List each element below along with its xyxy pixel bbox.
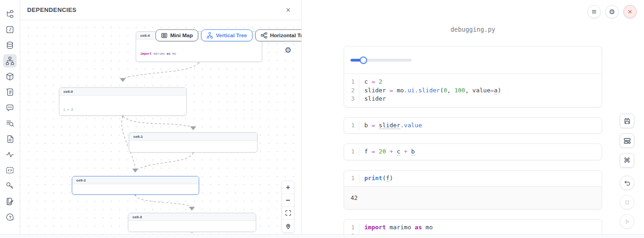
horizontal-tree-button[interactable]: Horizontal Tree bbox=[255, 29, 301, 41]
document-icon bbox=[6, 135, 14, 143]
graph-node-cell-0[interactable]: cell-0 c = 2 slider = mo.ui.slider(0, 10… bbox=[59, 87, 187, 116]
code-line: import marimo as mo bbox=[359, 223, 433, 232]
vertical-tree-icon bbox=[207, 32, 213, 39]
notebook-area: ⚙ debugging.py 1c = 2 2slider = mo.ui.sl… bbox=[302, 0, 644, 234]
package-icon bbox=[6, 72, 14, 81]
cell-output-slider bbox=[344, 46, 602, 74]
notebook-filename: debugging.py bbox=[302, 26, 644, 33]
sidebar-item-logs[interactable] bbox=[3, 117, 17, 130]
sidebar-item-chat[interactable] bbox=[3, 101, 17, 114]
code-line: b = slider.value bbox=[359, 121, 422, 130]
graph-node-cell-2-selected[interactable]: cell-2 f = 20 + c + b bbox=[72, 176, 199, 195]
search-list-icon bbox=[6, 119, 14, 128]
graph-canvas[interactable]: cell-4 import marimo as mo a = 20 cell-0… bbox=[20, 20, 301, 234]
database-icon bbox=[6, 41, 14, 50]
minimap-label: Mini Map bbox=[170, 33, 193, 38]
left-sidebar: f ? bbox=[0, 0, 20, 234]
close-icon bbox=[285, 7, 291, 13]
app-root: f ? DEPENDENCIES bbox=[0, 0, 644, 234]
zoom-in-button[interactable]: + bbox=[282, 181, 294, 194]
code-line: print(f) bbox=[359, 174, 393, 183]
panel-title: DEPENDENCIES bbox=[27, 6, 76, 13]
chat-icon bbox=[6, 103, 14, 112]
sidebar-item-secrets[interactable] bbox=[3, 179, 17, 193]
stop-icon bbox=[623, 198, 631, 206]
svg-text:f: f bbox=[9, 27, 12, 32]
layout-button[interactable] bbox=[620, 133, 634, 148]
shortcuts-button[interactable]: ⌘ bbox=[620, 153, 634, 168]
save-button[interactable] bbox=[620, 113, 634, 128]
sidebar-item-help[interactable]: ? bbox=[3, 210, 17, 224]
notebook-top-actions: ⚙ bbox=[587, 5, 637, 18]
gear-icon: ⚙ bbox=[609, 8, 615, 16]
cell-editor[interactable]: 1print(f) bbox=[344, 170, 602, 187]
edge-cell0-cell1 bbox=[123, 116, 191, 127]
command-icon: ⌘ bbox=[624, 156, 631, 164]
cell-editor[interactable]: 1f = 20 + c + b bbox=[344, 144, 602, 160]
slider-thumb[interactable] bbox=[360, 57, 367, 64]
center-node-button[interactable] bbox=[282, 220, 294, 232]
sidebar-item-packages[interactable] bbox=[3, 70, 17, 83]
cell-console-output: 42 bbox=[344, 186, 602, 209]
scroll-icon bbox=[6, 88, 14, 96]
function-icon: f bbox=[6, 25, 14, 34]
help-icon: ? bbox=[6, 213, 14, 221]
fullscreen-icon bbox=[285, 210, 292, 216]
slider-widget[interactable] bbox=[351, 57, 412, 64]
code-line: f = 20 + c + b bbox=[359, 147, 415, 156]
gear-icon: ⚙ bbox=[284, 46, 291, 55]
file-tree-icon bbox=[6, 10, 14, 18]
line-number: 2 bbox=[344, 86, 359, 95]
sidebar-item-scratchpad[interactable] bbox=[3, 85, 17, 99]
node-title: cell-1 bbox=[129, 133, 257, 141]
line-number: 1 bbox=[344, 174, 359, 183]
sidebar-item-notebook[interactable] bbox=[3, 195, 17, 208]
edge-cell4-cell0 bbox=[125, 63, 199, 78]
graph-node-cell-1[interactable]: cell-1 b = slider.value bbox=[129, 132, 258, 153]
node-title: cell-2 bbox=[72, 176, 199, 184]
graph-node-cell-3[interactable]: cell-3 print(f) bbox=[128, 213, 256, 232]
cells-column: 1c = 2 2slider = mo.ui.slider(0, 100, va… bbox=[344, 46, 602, 234]
minimap-button[interactable]: Mini Map bbox=[155, 29, 198, 41]
sidebar-item-dependency-graph[interactable] bbox=[3, 54, 17, 68]
sidebar-item-datasources[interactable] bbox=[3, 39, 17, 52]
zoom-out-button[interactable]: − bbox=[282, 194, 294, 207]
shutdown-button[interactable] bbox=[623, 5, 637, 18]
cell-editor[interactable]: 1import marimo as mo 2 bbox=[344, 220, 602, 234]
fit-view-button[interactable] bbox=[282, 207, 294, 220]
cell-editor[interactable]: 1c = 2 2slider = mo.ui.slider(0, 100, va… bbox=[344, 74, 602, 107]
sidebar-item-snippets[interactable] bbox=[3, 164, 17, 177]
sidebar-item-tracing[interactable] bbox=[3, 148, 17, 161]
settings-button[interactable]: ⚙ bbox=[605, 5, 619, 18]
node-title: cell-3 bbox=[128, 213, 256, 221]
vertical-tree-button[interactable]: Vertical Tree bbox=[201, 29, 253, 41]
horizontal-tree-label: Horizontal Tree bbox=[270, 33, 301, 38]
cell-slider: 1c = 2 2slider = mo.ui.slider(0, 100, va… bbox=[344, 46, 602, 108]
bottom-strip bbox=[0, 234, 644, 238]
menu-button[interactable] bbox=[587, 5, 601, 18]
node-code-line: import marimo as mo bbox=[140, 51, 258, 57]
cell-f: 1f = 20 + c + b bbox=[344, 143, 602, 160]
undo-button[interactable] bbox=[620, 176, 634, 190]
code-line bbox=[359, 232, 368, 235]
graph-settings-button[interactable]: ⚙ bbox=[283, 45, 293, 56]
line-number: 3 bbox=[344, 95, 359, 103]
dependencies-header: DEPENDENCIES bbox=[20, 0, 301, 20]
cell-editor[interactable]: 1b = slider.value bbox=[344, 118, 602, 134]
horizontal-tree-icon bbox=[261, 32, 267, 39]
cell-print: 1print(f) 42 bbox=[344, 170, 602, 210]
line-number: 1 bbox=[344, 147, 359, 156]
vertical-tree-label: Vertical Tree bbox=[216, 33, 247, 38]
line-number: 1 bbox=[344, 121, 359, 130]
node-code-line: c = 2 bbox=[63, 108, 182, 113]
edge-cell2-cell3 bbox=[135, 194, 190, 206]
sidebar-item-file-explorer[interactable] bbox=[3, 7, 17, 21]
code-line: slider = mo.ui.slider(0, 100, value=a) bbox=[359, 86, 501, 95]
sidebar-item-documentation[interactable] bbox=[3, 132, 17, 146]
svg-text:?: ? bbox=[9, 215, 12, 220]
map-pin-icon bbox=[285, 223, 292, 230]
close-panel-button[interactable] bbox=[283, 5, 293, 15]
stop-button[interactable] bbox=[620, 195, 634, 210]
sidebar-item-functions[interactable]: f bbox=[3, 23, 17, 36]
run-button[interactable] bbox=[620, 214, 634, 229]
